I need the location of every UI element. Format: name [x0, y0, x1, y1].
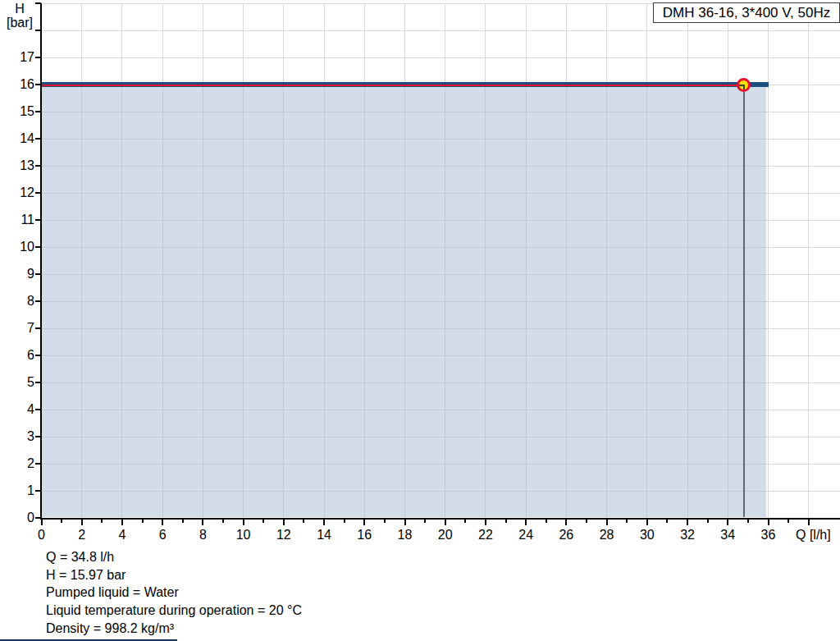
y-axis-tick: [35, 300, 41, 302]
y-axis-tick: [35, 2, 41, 4]
y-axis-tick: [35, 409, 41, 410]
info-liquid: Pumped liquid = Water: [46, 584, 302, 602]
x-axis-minor-tick: [142, 519, 144, 523]
x-axis-tick: [243, 519, 244, 525]
x-axis-minor-tick: [505, 519, 507, 523]
info-head: H = 15.97 bar: [46, 566, 302, 584]
x-axis-tick: [485, 519, 486, 525]
y-axis-tick: [35, 30, 41, 31]
y-axis-tick-label: 6: [0, 348, 34, 363]
y-axis-title-unit: [bar]: [2, 16, 38, 30]
y-axis-tick-label: 14: [0, 131, 34, 146]
y-axis-tick-label: 10: [0, 240, 34, 254]
x-axis-tick: [81, 519, 83, 525]
x-axis-minor-tick: [101, 519, 103, 523]
y-axis-tick-label: 12: [0, 185, 34, 200]
x-axis-minor-tick: [626, 519, 628, 523]
x-axis-tick: [727, 519, 728, 525]
y-axis-tick-label: 13: [0, 158, 34, 173]
gridline-vertical: [768, 3, 769, 518]
y-axis-tick-label: 9: [0, 267, 34, 282]
x-axis-tick: [646, 519, 648, 525]
x-axis-tick-label: 18: [389, 528, 422, 543]
y-axis-tick-label: 2: [0, 456, 34, 471]
x-axis-tick: [808, 519, 810, 525]
x-axis-tick-label: 2: [66, 528, 98, 543]
x-axis-tick: [687, 519, 688, 525]
y-axis-tick-label: 4: [0, 402, 34, 417]
x-axis-tick-label: 10: [227, 528, 260, 543]
y-axis-tick-label: 8: [0, 294, 34, 309]
y-axis-tick: [35, 138, 41, 140]
y-axis-tick: [35, 84, 41, 85]
y-axis-tick: [35, 355, 41, 356]
x-axis-minor-tick: [464, 519, 466, 523]
y-axis-tick-label: 3: [0, 429, 34, 444]
y-axis-tick: [35, 57, 41, 58]
x-axis-minor-tick: [182, 519, 184, 523]
x-axis-tick-label: 8: [186, 528, 219, 543]
plot-area: H [bar] Q [l/h] DMH 36-16, 3*400 V, 50Hz…: [0, 0, 840, 641]
gridline-vertical: [808, 3, 809, 518]
y-axis-tick: [35, 273, 41, 275]
y-axis-tick-label: 1: [0, 483, 34, 498]
x-axis-minor-tick: [303, 519, 304, 523]
y-axis-tick-label: 17: [0, 50, 34, 65]
x-axis-minor-tick: [707, 519, 709, 523]
x-axis-minor-tick: [747, 519, 749, 523]
y-axis-tick-label: 0: [0, 511, 34, 525]
x-axis-tick-label: 14: [308, 528, 340, 543]
x-axis-tick: [565, 519, 567, 525]
duty-point-vertical-line: [743, 85, 745, 517]
info-density: Density = 998.2 kg/m³: [46, 620, 302, 638]
x-axis-tick-label: 30: [631, 528, 664, 543]
info-temperature: Liquid temperature during operation = 20…: [46, 602, 302, 620]
x-axis-tick: [121, 519, 123, 525]
info-flow: Q = 34.8 l/h: [46, 548, 302, 566]
x-axis-tick-label: 16: [348, 528, 381, 543]
x-axis-tick-label: 22: [469, 528, 502, 543]
x-axis-minor-tick: [788, 519, 789, 523]
y-axis-tick: [35, 111, 41, 112]
y-axis-tick: [35, 327, 41, 329]
x-axis-tick-label: 28: [591, 528, 623, 543]
operating-range-area: [42, 86, 766, 517]
x-axis-tick-label: 12: [267, 528, 300, 543]
x-axis-tick-label: 32: [671, 528, 704, 543]
y-axis-tick-label: 5: [0, 375, 34, 390]
y-axis-title-symbol: H: [2, 2, 38, 16]
x-axis-tick: [768, 519, 769, 525]
x-axis-minor-tick: [586, 519, 587, 523]
y-axis-tick-label: 15: [0, 104, 34, 119]
duty-marker-crosshair-horizontal: [739, 85, 744, 86]
x-axis-tick: [525, 519, 527, 525]
x-axis-tick-label: 0: [25, 528, 58, 543]
legend-label: DMH 36-16, 3*400 V, 50Hz: [663, 5, 830, 21]
x-axis-minor-tick: [222, 519, 224, 523]
y-axis-tick: [35, 436, 41, 437]
y-axis-tick: [35, 246, 41, 248]
x-axis-tick-label: 20: [429, 528, 462, 543]
y-axis-tick: [35, 382, 41, 383]
x-axis-title: Q [l/h]: [796, 528, 831, 543]
x-axis-tick-label: 34: [711, 528, 744, 543]
duty-curve-line: [42, 85, 744, 87]
x-axis-tick: [162, 519, 163, 525]
y-axis-tick-label: 16: [0, 77, 34, 92]
x-axis-minor-tick: [384, 519, 386, 523]
x-axis-minor-tick: [344, 519, 345, 523]
y-axis-tick: [35, 490, 41, 492]
y-axis-tick-label: 11: [0, 213, 34, 227]
x-axis-minor-tick: [546, 519, 547, 523]
x-axis-tick: [606, 519, 608, 525]
y-axis-line: [40, 3, 42, 520]
x-axis-minor-tick: [424, 519, 426, 523]
x-axis-tick-label: 4: [106, 528, 139, 543]
x-axis-tick-label: 26: [550, 528, 582, 543]
y-axis-tick: [35, 219, 41, 221]
y-axis-tick: [35, 165, 41, 167]
y-axis-tick-label: 7: [0, 321, 34, 336]
duty-info-block: Q = 34.8 l/h H = 15.97 bar Pumped liquid…: [46, 548, 302, 638]
x-axis-tick: [323, 519, 325, 525]
x-axis-minor-tick: [666, 519, 668, 523]
